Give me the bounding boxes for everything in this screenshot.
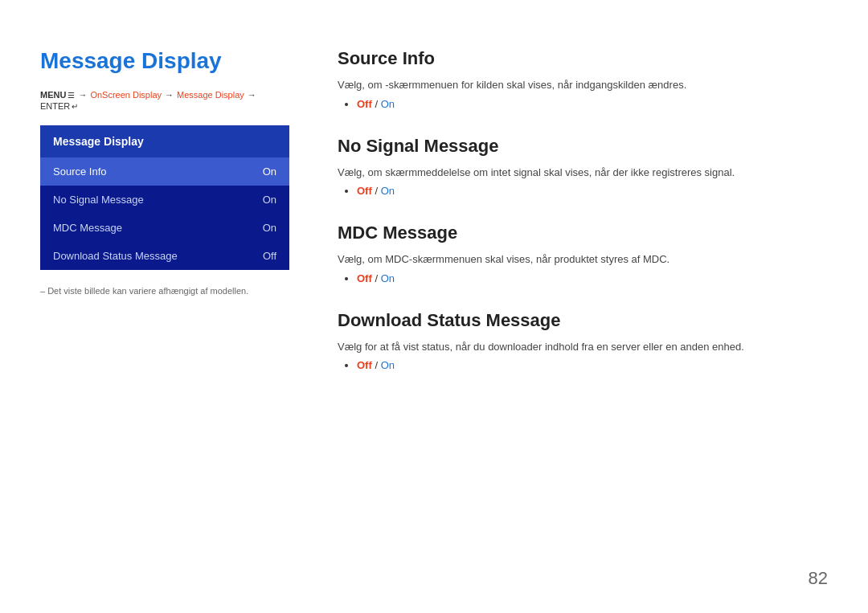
section-source-info-options: Off / On <box>338 98 828 110</box>
off-label: Off <box>357 359 372 371</box>
menu-icon: ☰ <box>68 91 75 100</box>
section-no-signal-desc: Vælg, om skærmmeddelelse om intet signal… <box>338 165 828 181</box>
page-title: Message Display <box>40 48 289 74</box>
section-source-info-title: Source Info <box>338 48 828 69</box>
section-no-signal-title: No Signal Message <box>338 136 828 157</box>
menu-item-value: On <box>263 166 276 178</box>
menu-item-value: On <box>263 194 276 206</box>
off-label: Off <box>357 98 372 110</box>
separator: / <box>375 359 380 371</box>
breadcrumb: MENU ☰ → OnScreen Display → Message Disp… <box>40 90 289 111</box>
menu-item-value: Off <box>263 250 276 262</box>
on-label: On <box>381 359 395 371</box>
section-source-info-desc: Vælg, om -skærmmenuen for kilden skal vi… <box>338 77 828 93</box>
menu-item-label: MDC Message <box>53 222 122 234</box>
download-option: Off / On <box>357 359 828 371</box>
source-info-option: Off / On <box>357 98 828 110</box>
menu-item-download-status[interactable]: Download Status Message Off <box>40 242 289 270</box>
menu-item-source-info[interactable]: Source Info On <box>40 157 289 186</box>
section-mdc-message: MDC Message Vælg, om MDC-skærmmenuen ska… <box>338 223 828 284</box>
section-download-options: Off / On <box>338 359 828 371</box>
menu-item-value: On <box>263 222 276 234</box>
section-download-title: Download Status Message <box>338 310 828 331</box>
separator: / <box>375 98 380 110</box>
breadcrumb-message-display: Message Display <box>177 90 244 100</box>
breadcrumb-arrow-2: → <box>165 90 174 100</box>
on-label: On <box>381 272 395 284</box>
no-signal-option: Off / On <box>357 185 828 197</box>
breadcrumb-onscreen: OnScreen Display <box>90 90 162 100</box>
section-source-info: Source Info Vælg, om -skærmmenuen for ki… <box>338 48 828 110</box>
breadcrumb-arrow-1: → <box>78 90 87 100</box>
off-label: Off <box>357 185 372 197</box>
section-download-desc: Vælg for at få vist status, når du downl… <box>338 339 828 355</box>
menu-box: Message Display Source Info On No Signal… <box>40 125 289 270</box>
breadcrumb-menu-label: MENU <box>40 90 66 100</box>
menu-item-label: Source Info <box>53 166 107 178</box>
off-label: Off <box>357 272 372 284</box>
breadcrumb-enter: ENTER <box>40 101 70 111</box>
menu-item-label: Download Status Message <box>53 250 178 262</box>
menu-header: Message Display <box>40 125 289 157</box>
left-column: Message Display MENU ☰ → OnScreen Displa… <box>40 48 289 397</box>
mdc-option: Off / On <box>357 272 828 284</box>
right-column: Source Info Vælg, om -skærmmenuen for ki… <box>338 48 828 397</box>
section-download-status: Download Status Message Vælg for at få v… <box>338 310 828 372</box>
section-mdc-title: MDC Message <box>338 223 828 243</box>
on-label: On <box>381 185 395 197</box>
section-no-signal-options: Off / On <box>338 185 828 197</box>
section-no-signal: No Signal Message Vælg, om skærmmeddelel… <box>338 136 828 198</box>
on-label: On <box>381 98 395 110</box>
menu-item-no-signal[interactable]: No Signal Message On <box>40 186 289 214</box>
footnote: – Det viste billede kan variere afhængig… <box>40 286 289 296</box>
enter-icon: ↵ <box>72 102 78 111</box>
separator: / <box>375 185 380 197</box>
page-number: 82 <box>809 568 828 589</box>
separator: / <box>375 272 380 284</box>
menu-item-label: No Signal Message <box>53 194 144 206</box>
section-mdc-options: Off / On <box>338 272 828 284</box>
breadcrumb-arrow-3: → <box>248 90 256 100</box>
menu-item-mdc-message[interactable]: MDC Message On <box>40 214 289 242</box>
section-mdc-desc: Vælg, om MDC-skærmmenuen skal vises, når… <box>338 251 828 268</box>
